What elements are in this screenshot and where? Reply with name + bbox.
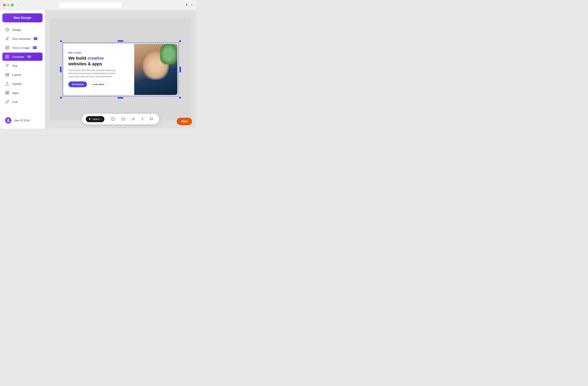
card-body-text: Lorem ipsume dolor sits amets consectetu… <box>68 69 115 78</box>
sidebar-item-label-apps: Apps <box>12 91 19 94</box>
sidebar-item-apps[interactable]: Apps <box>2 89 42 97</box>
svg-rect-3 <box>8 55 9 56</box>
sidebar-item-link[interactable]: Link <box>2 98 42 106</box>
address-bar[interactable] <box>59 2 122 8</box>
user-avatar <box>5 117 11 124</box>
text-generate-icon <box>5 37 9 41</box>
template-icon <box>5 55 9 59</box>
handle-top-center[interactable] <box>118 40 124 42</box>
design-icon <box>5 27 9 32</box>
traffic-lights <box>3 4 14 6</box>
sidebar-item-label-upload: Upload <box>12 82 21 86</box>
sidebar-item-label-text-generate: Text Generate <box>12 37 31 40</box>
svg-rect-10 <box>8 93 9 94</box>
card-welcome-text: WELCOME <box>68 52 129 54</box>
nav-arrows: ‹ › <box>18 3 25 7</box>
handle-bottom-right[interactable] <box>179 97 181 99</box>
svg-point-1 <box>6 47 7 47</box>
handle-bottom-center[interactable] <box>118 97 124 99</box>
sidebar-item-label-layout: Layout <box>12 73 21 76</box>
text-to-image-icon <box>5 45 9 50</box>
select-tool-label: Select <box>92 118 100 121</box>
card-headline-part1: We build <box>68 56 87 61</box>
sidebar-item-label-link: Link <box>12 100 18 104</box>
sidebar-item-text-generate[interactable]: Text Generate AI <box>2 35 42 43</box>
shape-chevron-icon: ▾ <box>125 118 126 120</box>
ai-badge-text-to-image: AI <box>33 46 37 49</box>
nav-forward-button[interactable]: › <box>22 3 26 7</box>
shape-tool-button[interactable]: ▾ <box>120 116 128 122</box>
share-icon[interactable]: ⬆ <box>185 3 188 7</box>
svg-rect-5 <box>8 57 9 58</box>
get-started-button[interactable]: Get Started <box>68 81 87 87</box>
new-design-button[interactable]: New Design <box>2 13 42 22</box>
sidebar-item-design[interactable]: Design <box>2 25 42 34</box>
sidebar-item-template[interactable]: Template AI <box>2 53 42 61</box>
link-icon <box>5 100 9 104</box>
svg-rect-11 <box>112 118 114 120</box>
canvas-area[interactable]: WELCOME We build creative websites & app… <box>45 10 196 129</box>
sidebar-item-text-to-image[interactable]: Text to Image AI <box>2 44 42 52</box>
person-photo <box>134 44 177 95</box>
apps-icon <box>5 91 9 95</box>
selected-element-wrapper: WELCOME We build creative websites & app… <box>64 44 177 95</box>
card-buttons: Get Started Learn More <box>68 81 129 87</box>
handle-middle-right[interactable] <box>179 67 181 72</box>
browser-actions: ⬆ + <box>185 3 193 7</box>
toolbar-divider-1 <box>107 117 107 121</box>
sidebar-item-label-template: Template <box>12 55 24 58</box>
handle-bottom-left[interactable] <box>60 97 62 99</box>
select-tool-button[interactable]: Select ▾ <box>86 116 105 122</box>
new-tab-icon[interactable]: + <box>191 3 193 7</box>
sidebar-item-label-text: Text <box>12 64 18 68</box>
card-headline-part2: websites & apps <box>68 61 102 66</box>
canvas-container: WELCOME We build creative websites & app… <box>50 19 191 120</box>
svg-rect-2 <box>6 55 7 56</box>
sidebar: New Design Design Text Generate AI <box>0 10 45 129</box>
svg-rect-7 <box>6 91 7 92</box>
svg-rect-9 <box>6 93 7 94</box>
maximize-button[interactable] <box>11 4 14 6</box>
ai-badge-text-generate: AI <box>34 37 37 40</box>
card-headline-highlight: creative <box>87 56 104 61</box>
comment-tool-button[interactable] <box>148 115 155 123</box>
learn-more-button[interactable]: Learn More <box>89 81 108 87</box>
design-card: WELCOME We build creative websites & app… <box>64 44 177 95</box>
card-content-left: WELCOME We build creative websites & app… <box>64 44 134 95</box>
sidebar-item-text[interactable]: Text <box>2 62 42 70</box>
svg-rect-8 <box>8 91 9 92</box>
close-button[interactable] <box>3 4 6 6</box>
alex-user-badge: Alex <box>177 118 192 125</box>
frame-chevron-icon: ▾ <box>115 118 116 120</box>
sidebar-item-layout[interactable]: Layout <box>2 71 42 79</box>
svg-rect-4 <box>6 57 7 58</box>
card-image <box>134 44 177 95</box>
sidebar-item-label-design: Design <box>12 28 21 31</box>
ai-badge-template: AI <box>27 55 31 58</box>
sidebar-spacer <box>2 107 42 114</box>
sidebar-item-upload[interactable]: Upload <box>2 80 42 88</box>
user-id-label: User ID 5146 <box>14 119 30 122</box>
bottom-toolbar: Select ▾ ▾ ▾ <box>82 114 159 124</box>
card-headline: We build creative websites & apps <box>68 55 129 67</box>
sidebar-item-label-text-to-image: Text to Image <box>12 46 30 49</box>
main-layout: New Design Design Text Generate AI <box>0 10 196 129</box>
handle-top-right[interactable] <box>179 40 181 42</box>
nav-back-button[interactable]: ‹ <box>18 3 21 7</box>
upload-icon <box>5 82 9 86</box>
pen-tool-button[interactable] <box>130 115 137 123</box>
minimize-button[interactable] <box>7 4 10 6</box>
text-tool-button[interactable] <box>139 115 146 123</box>
handle-middle-left[interactable] <box>60 67 62 72</box>
text-icon <box>5 64 9 68</box>
user-profile[interactable]: User ID 5146 <box>2 115 42 126</box>
select-chevron-icon: ▾ <box>101 118 102 120</box>
layout-icon <box>5 72 9 77</box>
browser-chrome: ‹ › ⬆ + <box>0 0 196 10</box>
frame-tool-button[interactable]: ▾ <box>109 116 118 122</box>
handle-top-left[interactable] <box>60 40 62 42</box>
svg-rect-16 <box>122 118 124 120</box>
